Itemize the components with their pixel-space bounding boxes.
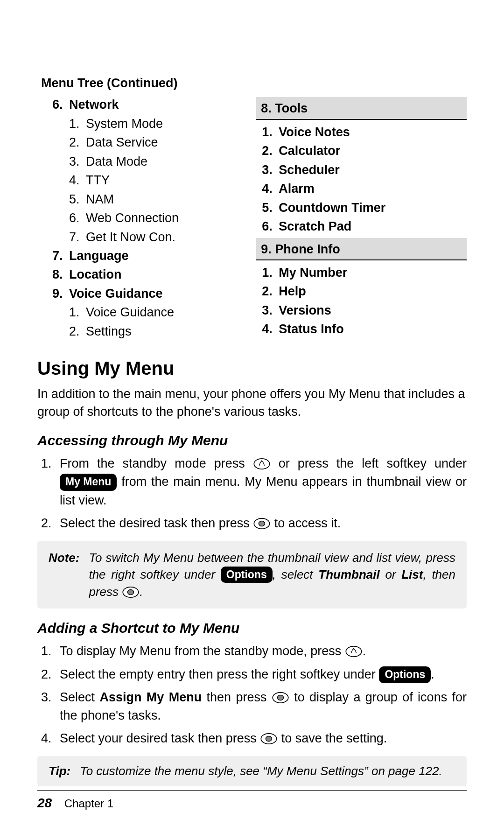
mymenu-key-icon <box>253 457 271 469</box>
item-number: 3. <box>69 153 86 170</box>
ok-key-icon <box>260 732 278 744</box>
svg-point-11 <box>266 736 272 741</box>
tip-content: To customize the menu style, see “My Men… <box>80 763 455 779</box>
item-number: 2. <box>262 283 279 300</box>
menu-item: 3.Versions <box>256 302 467 319</box>
item-number: 5. <box>69 191 86 208</box>
step-number: 1. <box>37 455 60 509</box>
item-number: 2. <box>69 323 86 340</box>
menu-item: 8.Location <box>37 266 238 283</box>
item-number: 2. <box>262 142 279 159</box>
item-number: 4. <box>262 321 279 337</box>
options-pill: Options <box>379 666 431 683</box>
item-label: Settings <box>86 323 132 340</box>
manual-page: Menu Tree (Continued) 6.Network1.System … <box>0 0 504 840</box>
ok-key-icon <box>122 586 140 598</box>
menu-item: 6.Scratch Pad <box>256 218 467 235</box>
menu-item: 1.My Number <box>256 264 467 281</box>
item-label: TTY <box>86 172 110 189</box>
item-number: 5. <box>262 199 279 216</box>
item-number: 7. <box>52 247 69 264</box>
item-label: Voice Notes <box>279 124 350 140</box>
item-label: Voice Guidance <box>69 285 163 302</box>
accessing-step-1: 1. From the standby mode press or press … <box>37 455 467 509</box>
svg-point-3 <box>259 521 265 526</box>
page-number: 28 <box>37 796 52 810</box>
accessing-steps: 1. From the standby mode press or press … <box>37 455 467 532</box>
item-number: 1. <box>69 115 86 132</box>
text: to save the setting. <box>278 731 387 745</box>
note-box: Note: To switch My Menu between the thum… <box>37 541 467 609</box>
menu-item: 4.TTY <box>37 172 238 189</box>
section-header: 8. Tools <box>256 97 467 119</box>
item-number: 2. <box>69 134 86 151</box>
item-label: Calculator <box>279 142 340 159</box>
menu-item: 2.Help <box>256 283 467 300</box>
page-footer: 28 Chapter 1 <box>37 790 467 812</box>
bold-text: Assign My Menu <box>99 690 202 704</box>
menu-item: 1.Voice Notes <box>256 124 467 140</box>
item-label: Network <box>69 96 119 113</box>
svg-point-7 <box>353 648 354 649</box>
svg-point-5 <box>128 589 134 595</box>
subheading-accessing: Accessing through My Menu <box>37 431 467 450</box>
item-label: System Mode <box>86 115 163 132</box>
svg-point-6 <box>346 646 361 657</box>
menu-item: 3.Data Mode <box>37 153 238 170</box>
text: Select <box>60 690 99 704</box>
item-label: Location <box>69 266 122 283</box>
menu-item: 1.Voice Guidance <box>37 304 238 321</box>
menu-item: 2.Calculator <box>256 142 467 159</box>
menu-item: 5.NAM <box>37 191 238 208</box>
menu-tree-left-column: 6.Network1.System Mode2.Data Service3.Da… <box>37 94 238 342</box>
menu-item: 4.Alarm <box>256 180 467 197</box>
text: . <box>431 667 434 681</box>
item-label: Alarm <box>279 180 315 197</box>
text: From the standby mode press <box>60 456 253 470</box>
section-header: 9. Phone Info <box>256 238 467 260</box>
item-number: 8. <box>52 266 69 283</box>
item-label: Language <box>69 247 129 264</box>
menu-tree-right-column: 8. Tools1.Voice Notes2.Calculator3.Sched… <box>256 94 467 342</box>
item-label: Voice Guidance <box>86 304 174 321</box>
section-heading-using-my-menu: Using My Menu <box>37 356 467 381</box>
item-label: Scratch Pad <box>279 218 351 235</box>
menu-item: 9.Voice Guidance <box>37 285 238 302</box>
item-label: Status Info <box>279 321 344 337</box>
item-number: 3. <box>262 161 279 178</box>
note-label: Note: <box>49 549 79 600</box>
menu-item: 7.Language <box>37 247 238 264</box>
adding-step-4: 4. Select your desired task then press t… <box>37 729 467 748</box>
item-label: Data Service <box>86 134 158 151</box>
item-label: Help <box>279 283 306 300</box>
mymenu-pill: My Menu <box>60 474 117 490</box>
menu-tree-columns: 6.Network1.System Mode2.Data Service3.Da… <box>37 94 467 342</box>
menu-item: 6.Web Connection <box>37 210 238 226</box>
menu-item: 4.Status Info <box>256 321 467 337</box>
menu-item: 2.Data Service <box>37 134 238 151</box>
step-number: 4. <box>37 729 60 748</box>
item-label: NAM <box>86 191 114 208</box>
step-number: 3. <box>37 688 60 725</box>
step-number: 2. <box>37 514 60 532</box>
text: Select your desired task then press <box>60 731 260 745</box>
svg-point-0 <box>254 459 269 469</box>
menu-item: 2.Settings <box>37 323 238 340</box>
item-number: 1. <box>69 304 86 321</box>
item-label: Scheduler <box>279 161 340 178</box>
tip-box: Tip: To customize the menu style, see “M… <box>37 756 467 786</box>
menu-item: 1.System Mode <box>37 115 238 132</box>
item-label: Versions <box>279 302 331 319</box>
options-pill: Options <box>221 567 273 583</box>
text: then press <box>202 690 272 704</box>
adding-step-1: 1. To display My Menu from the standby m… <box>37 642 467 660</box>
ok-key-icon <box>272 691 289 703</box>
text: Select the desired task then press <box>60 516 253 530</box>
text: To display My Menu from the standby mode… <box>60 644 345 658</box>
item-number: 1. <box>262 124 279 140</box>
text: . <box>363 644 366 658</box>
text: to access it. <box>271 516 341 530</box>
item-label: Data Mode <box>86 153 147 170</box>
item-number: 9. <box>52 285 69 302</box>
menu-item: 5.Countdown Timer <box>256 199 467 216</box>
